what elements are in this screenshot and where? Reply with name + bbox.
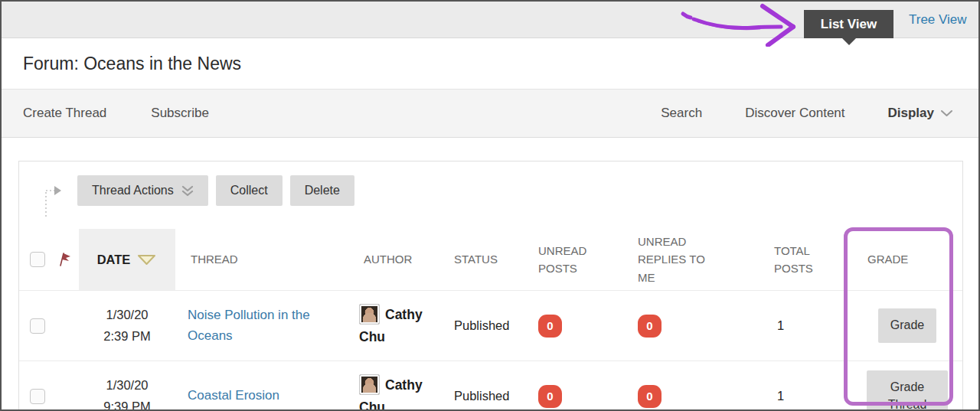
header-author[interactable]: AUTHOR — [348, 229, 439, 290]
row-author-cell: Cathy Chu — [348, 291, 439, 360]
thread-time: 9:39 PM — [103, 400, 150, 411]
select-all-checkbox[interactable] — [30, 252, 45, 267]
display-menu-label: Display — [888, 106, 934, 121]
subscribe-button[interactable]: Subscribe — [151, 106, 209, 121]
create-thread-button[interactable]: Create Thread — [23, 106, 106, 121]
thread-time: 2:39 PM — [103, 329, 150, 343]
row-date-cell: 1/30/20 9:39 PM — [79, 361, 175, 411]
annotation-arrow-icon — [680, 2, 804, 47]
row-grade-cell: Grade Thread — [852, 361, 962, 411]
indent-arrow-icon — [42, 181, 64, 221]
sort-descending-icon — [136, 253, 157, 266]
forum-action-bar: Create Thread Subscribe Search Discover … — [2, 89, 978, 138]
total-posts-value: 1 — [777, 318, 784, 333]
thread-toolbar: Thread Actions Collect Delete — [19, 161, 962, 229]
author-avatar — [359, 304, 380, 325]
row-unread-replies-cell: 0 — [622, 291, 759, 360]
table-row: 1/30/20 2:39 PM Noise Pollution in the O… — [19, 290, 962, 360]
row-status-cell: Published — [439, 361, 523, 411]
row-flag-cell — [56, 291, 79, 360]
tab-tree-view[interactable]: Tree View — [909, 2, 967, 38]
row-unread-posts-cell: 0 — [523, 361, 622, 411]
thread-actions-button[interactable]: Thread Actions — [77, 175, 208, 206]
action-bar-right: Search Discover Content Display — [661, 106, 952, 121]
header-date[interactable]: DATE — [79, 229, 175, 290]
row-check-cell — [19, 291, 56, 360]
total-posts-value: 1 — [777, 389, 784, 403]
unread-replies-badge[interactable]: 0 — [638, 385, 662, 408]
delete-button[interactable]: Delete — [290, 175, 354, 206]
selected-tab-notch — [841, 38, 857, 45]
table-header-row: DATE THREAD AUTHOR STATUS UNREAD POSTS U… — [19, 229, 962, 290]
row-checkbox[interactable] — [30, 389, 45, 404]
unread-replies-badge[interactable]: 0 — [638, 315, 662, 338]
thread-link[interactable]: Noise Pollution in the Oceans — [188, 305, 330, 346]
row-thread-cell: Noise Pollution in the Oceans — [175, 291, 348, 360]
thread-actions-label: Thread Actions — [92, 184, 174, 197]
row-check-cell — [19, 361, 56, 411]
header-status[interactable]: STATUS — [439, 229, 523, 290]
row-flag-cell — [56, 361, 79, 411]
row-thread-cell: Coastal Erosion — [175, 361, 348, 411]
row-grade-cell: Grade — [852, 291, 962, 360]
search-button[interactable]: Search — [661, 106, 702, 121]
row-author-cell: Cathy Chu — [348, 361, 439, 411]
action-bar-left: Create Thread Subscribe — [23, 106, 209, 121]
page-title: Forum: Oceans in the News — [23, 54, 241, 74]
row-unread-replies-cell: 0 — [622, 361, 759, 411]
forum-list-view-page: List View Tree View Forum: Oceans in the… — [0, 0, 980, 411]
table-row: 1/30/20 9:39 PM Coastal Erosion Cathy Ch… — [19, 360, 962, 411]
row-date-cell: 1/30/20 2:39 PM — [79, 291, 175, 360]
page-header: Forum: Oceans in the News — [2, 38, 978, 89]
unread-posts-badge[interactable]: 0 — [538, 315, 562, 338]
grade-button[interactable]: Grade — [878, 308, 936, 342]
header-check-cell — [19, 229, 56, 290]
view-tab-bar: List View Tree View — [2, 2, 978, 38]
header-unread-replies[interactable]: UNREAD REPLIES TO ME — [622, 229, 759, 290]
status-text: Published — [454, 389, 509, 403]
row-status-cell: Published — [439, 291, 523, 360]
header-total-posts[interactable]: TOTAL POSTS — [759, 229, 852, 290]
author-avatar — [359, 374, 380, 395]
thread-date: 1/30/20 — [106, 308, 148, 321]
status-text: Published — [454, 318, 509, 333]
double-chevron-down-icon — [181, 185, 194, 197]
header-thread[interactable]: THREAD — [175, 229, 348, 290]
unread-posts-badge[interactable]: 0 — [538, 385, 562, 408]
row-checkbox[interactable] — [30, 318, 45, 334]
header-flag-cell — [56, 229, 79, 290]
display-menu-button[interactable]: Display — [888, 106, 952, 121]
chevron-down-icon — [941, 109, 952, 117]
row-total-posts-cell: 1 — [759, 361, 852, 411]
header-unread-posts[interactable]: UNREAD POSTS — [523, 229, 622, 290]
tab-list-view[interactable]: List View — [804, 10, 893, 38]
grade-thread-button[interactable]: Grade Thread — [867, 370, 948, 411]
row-total-posts-cell: 1 — [759, 291, 852, 360]
thread-link[interactable]: Coastal Erosion — [188, 386, 279, 406]
thread-date: 1/30/20 — [106, 378, 148, 392]
collect-button[interactable]: Collect — [216, 175, 283, 206]
discover-content-button[interactable]: Discover Content — [745, 106, 844, 121]
flag-icon — [59, 251, 72, 268]
thread-list-panel: Thread Actions Collect Delete DAT — [18, 161, 963, 411]
header-date-label: DATE — [97, 253, 131, 267]
row-unread-posts-cell: 0 — [523, 291, 622, 360]
tab-list-view-label: List View — [821, 17, 877, 32]
header-grade: GRADE — [852, 229, 962, 290]
